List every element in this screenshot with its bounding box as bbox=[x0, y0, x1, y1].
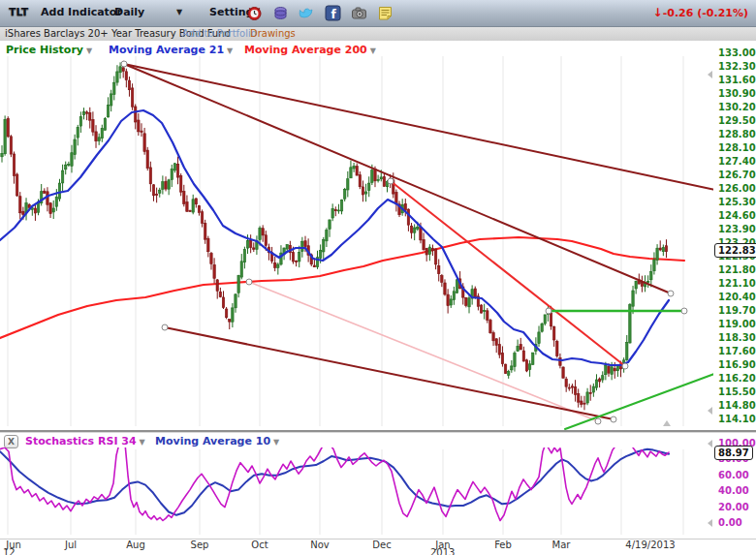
indicator-chart-canvas[interactable] bbox=[0, 447, 715, 539]
axis-marker-icon bbox=[708, 407, 712, 415]
candle-body bbox=[225, 309, 227, 318]
chevron-down-icon[interactable]: ▼ bbox=[176, 8, 182, 16]
alerts-icon[interactable] bbox=[246, 5, 263, 21]
drawings-link[interactable]: Drawings bbox=[250, 28, 296, 39]
candle-body bbox=[16, 174, 17, 196]
candle-body bbox=[168, 180, 170, 189]
candle-body bbox=[350, 168, 352, 178]
period-dropdown[interactable]: Daily bbox=[114, 6, 144, 18]
close-indicator-button[interactable]: X bbox=[4, 435, 18, 448]
trendline-handle[interactable] bbox=[388, 178, 394, 184]
candle-body bbox=[438, 265, 440, 273]
trendline-handle[interactable] bbox=[595, 418, 601, 424]
month-label: Jul bbox=[65, 540, 77, 550]
candle-body bbox=[128, 80, 130, 90]
candle-body bbox=[568, 387, 570, 388]
price-tick: 125.30 bbox=[718, 197, 756, 207]
candle-body bbox=[552, 326, 554, 340]
candle-body bbox=[474, 289, 476, 297]
add-indicator-button[interactable]: Add Indicator bbox=[41, 6, 122, 18]
candle-body bbox=[353, 167, 355, 170]
trendline-down-trend-steep[interactable] bbox=[391, 181, 625, 366]
price-axis[interactable]: 133.00132.30131.60130.90130.20129.50128.… bbox=[713, 41, 756, 432]
price-chart-canvas[interactable] bbox=[0, 41, 715, 432]
news-icon[interactable] bbox=[272, 5, 289, 21]
candle-body bbox=[292, 253, 294, 262]
candle-body bbox=[347, 179, 349, 190]
trendline-handle[interactable] bbox=[246, 279, 252, 285]
candle-body bbox=[207, 238, 209, 252]
candle-body bbox=[107, 106, 109, 117]
notes-icon[interactable] bbox=[377, 5, 394, 21]
price-tick: 130.90 bbox=[718, 88, 756, 99]
price-tick: 119.00 bbox=[718, 319, 756, 329]
chart-application-window: TLT Add Indicator Daily ▼ Settings f bbox=[0, 0, 756, 555]
price-tick: 114.80 bbox=[718, 400, 756, 411]
facebook-icon[interactable]: f bbox=[325, 5, 341, 21]
candle-body bbox=[101, 128, 103, 138]
candle-body bbox=[611, 367, 613, 375]
candle-body bbox=[1, 153, 3, 157]
add-to-portfolio-link[interactable]: Add to Portfolio bbox=[182, 28, 257, 39]
trendline-handle[interactable] bbox=[681, 308, 687, 314]
candle-body bbox=[650, 272, 652, 280]
candle-body bbox=[447, 294, 449, 306]
snapshot-icon[interactable] bbox=[351, 5, 367, 21]
candle-body bbox=[425, 248, 427, 255]
candle-body bbox=[331, 209, 333, 219]
trendline-handle[interactable] bbox=[611, 416, 616, 422]
candle-body bbox=[413, 228, 415, 232]
candle-body bbox=[511, 366, 513, 370]
candle-body bbox=[98, 138, 100, 141]
candle-body bbox=[578, 393, 580, 402]
candle-body bbox=[201, 212, 203, 224]
candle-body bbox=[586, 392, 588, 403]
candle-body bbox=[176, 164, 178, 177]
trendline-down-trend-upper[interactable] bbox=[124, 64, 715, 190]
candle-body bbox=[574, 387, 576, 395]
chevron-down-icon[interactable]: ▼ bbox=[273, 438, 279, 447]
trendline-handle[interactable] bbox=[121, 61, 127, 67]
candle-body bbox=[4, 119, 6, 153]
trendline-handle[interactable] bbox=[546, 308, 551, 314]
month-label: Aug bbox=[126, 540, 145, 550]
svg-text:f: f bbox=[331, 8, 336, 21]
chevron-down-icon[interactable]: ▼ bbox=[140, 438, 145, 447]
candle-body bbox=[74, 139, 76, 155]
scroll-marker-icon bbox=[663, 420, 671, 426]
end-date-label: 4/19/2013 bbox=[625, 540, 675, 550]
candle-body bbox=[13, 154, 15, 176]
price-tick: 132.30 bbox=[718, 61, 756, 72]
candle-body bbox=[608, 366, 610, 373]
trendline-down-trend-mid[interactable] bbox=[124, 64, 671, 293]
candle-body bbox=[337, 210, 339, 211]
twitter-icon[interactable] bbox=[299, 5, 315, 21]
candle-body bbox=[205, 224, 206, 240]
indicator-legend-row: X Stochastics RSI 34▼ Moving Average 10▼ bbox=[0, 434, 713, 447]
legend-ma10[interactable]: Moving Average 10▼ bbox=[155, 435, 279, 447]
candle-body bbox=[152, 185, 154, 196]
trendline-handle[interactable] bbox=[162, 324, 168, 330]
candle-body bbox=[364, 192, 366, 194]
subtitle-bar: iShares Barclays 20+ Year Treasury Bond … bbox=[0, 27, 756, 41]
candle-body bbox=[565, 379, 567, 386]
price-tick: 133.00 bbox=[718, 47, 756, 58]
trendline-down-trend-lower[interactable] bbox=[165, 327, 614, 419]
trendline-handle[interactable] bbox=[668, 291, 674, 296]
candle-body bbox=[186, 202, 188, 212]
year-label: 2013 bbox=[430, 547, 455, 555]
price-tick: 124.60 bbox=[718, 210, 756, 221]
candle-body bbox=[113, 82, 115, 94]
trendline-handle[interactable] bbox=[622, 363, 628, 369]
candle-body bbox=[313, 265, 315, 267]
price-tick: 128.10 bbox=[718, 142, 756, 153]
candle-body bbox=[614, 368, 615, 371]
candle-body bbox=[456, 280, 457, 293]
stoch-rsi-line bbox=[0, 447, 669, 521]
candle-body bbox=[431, 249, 433, 251]
candle-body bbox=[155, 195, 157, 196]
candle-body bbox=[49, 203, 51, 214]
candle-body bbox=[504, 364, 506, 374]
candle-body bbox=[235, 294, 236, 308]
legend-stoch-rsi[interactable]: Stochastics RSI 34▼ bbox=[25, 435, 145, 447]
